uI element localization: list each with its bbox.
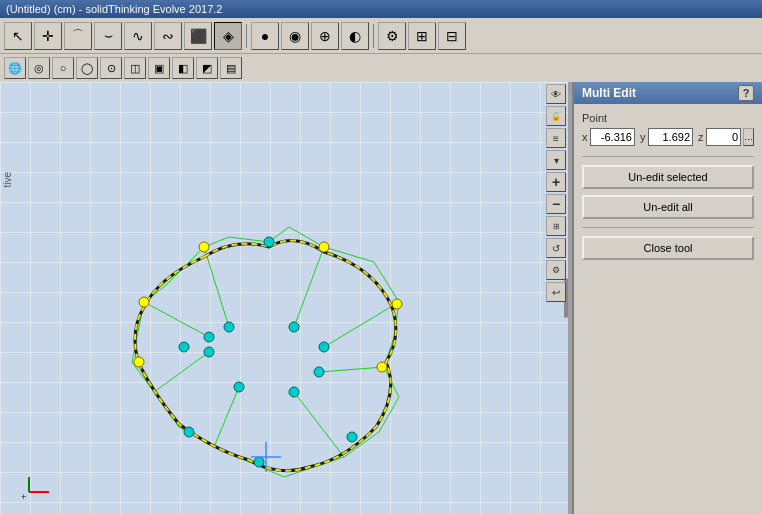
svg-point-33 xyxy=(319,342,329,352)
rotate-view-icon[interactable]: ↺ xyxy=(546,238,566,258)
x-label: x xyxy=(582,131,588,143)
panel-title: Multi Edit xyxy=(582,86,636,100)
separator-1 xyxy=(246,24,247,48)
coord-options-button[interactable]: … xyxy=(743,128,754,146)
svg-line-22 xyxy=(204,247,229,327)
svg-point-40 xyxy=(184,427,194,437)
tool-orbit[interactable]: ◎ xyxy=(28,57,50,79)
svg-point-35 xyxy=(289,387,299,397)
right-panel: Multi Edit ? Point x y z … xyxy=(572,82,762,514)
zoom-out-icon[interactable]: − xyxy=(546,194,566,214)
fit-icon[interactable]: ⊞ xyxy=(546,216,566,236)
settings-icon[interactable]: ⚙ xyxy=(546,260,566,280)
z-label: z xyxy=(698,131,704,143)
divider-2 xyxy=(582,227,754,228)
svg-point-46 xyxy=(377,362,387,372)
tool-home[interactable]: ⊙ xyxy=(100,57,122,79)
point-section: Point x y z … xyxy=(582,112,754,146)
view-label: tive xyxy=(2,172,13,188)
tool-bezier[interactable]: ∿ xyxy=(124,22,152,50)
tool-view1[interactable]: ◫ xyxy=(124,57,146,79)
canvas-area[interactable]: tive 👁 🔓 ≡ ▾ + − ⊞ ↺ ⚙ ↩ xyxy=(0,82,568,514)
toolbar-row-1: ↖ ✛ ⌒ ⌣ ∿ ∾ ⬛ ◈ ● ◉ ⊕ ◐ ⚙ ⊞ ⊟ xyxy=(0,18,762,54)
svg-point-39 xyxy=(179,342,189,352)
svg-point-31 xyxy=(264,237,274,247)
layers-icon[interactable]: ≡ xyxy=(546,128,566,148)
help-button[interactable]: ? xyxy=(738,85,754,101)
svg-text:+: + xyxy=(21,492,26,502)
svg-point-49 xyxy=(139,297,149,307)
tool-sphere4[interactable]: ◐ xyxy=(341,22,369,50)
y-input[interactable] xyxy=(648,128,693,146)
y-label: y xyxy=(640,131,646,143)
svg-line-25 xyxy=(319,367,384,372)
x-input[interactable] xyxy=(590,128,635,146)
svg-line-29 xyxy=(144,302,209,337)
tool-view2[interactable]: ▣ xyxy=(148,57,170,79)
svg-point-48 xyxy=(134,357,144,367)
divider-1 xyxy=(582,156,754,157)
panel-body: Point x y z … Un-edit selected Un-edit a… xyxy=(574,104,762,514)
svg-point-30 xyxy=(224,322,234,332)
unedit-all-button[interactable]: Un-edit all xyxy=(582,195,754,219)
tool-gear[interactable]: ⚙ xyxy=(378,22,406,50)
tool-zoom[interactable]: ◯ xyxy=(76,57,98,79)
svg-line-26 xyxy=(294,392,344,457)
svg-line-27 xyxy=(214,387,239,447)
lock-icon[interactable]: 🔓 xyxy=(546,106,566,126)
point-label: Point xyxy=(582,112,754,124)
z-input[interactable] xyxy=(706,128,741,146)
svg-point-44 xyxy=(319,242,329,252)
main-layout: tive 👁 🔓 ≡ ▾ + − ⊞ ↺ ⚙ ↩ xyxy=(0,82,762,514)
arrow-down-icon[interactable]: ▾ xyxy=(546,150,566,170)
panel-title-bar: Multi Edit ? xyxy=(574,82,762,104)
tool-sphere2[interactable]: ◉ xyxy=(281,22,309,50)
back-icon[interactable]: ↩ xyxy=(546,282,566,302)
eye-icon[interactable]: 👁 xyxy=(546,84,566,104)
tool-point-edit[interactable]: ◈ xyxy=(214,22,242,50)
svg-point-34 xyxy=(314,367,324,377)
toolbar-row-2: 🌐 ◎ ○ ◯ ⊙ ◫ ▣ ◧ ◩ ▤ xyxy=(0,54,762,82)
svg-point-36 xyxy=(234,382,244,392)
svg-point-42 xyxy=(347,432,357,442)
svg-point-43 xyxy=(199,242,209,252)
tool-curve[interactable]: ⌒ xyxy=(64,22,92,50)
svg-line-2 xyxy=(229,237,269,242)
tool-spline[interactable]: ∾ xyxy=(154,22,182,50)
svg-line-28 xyxy=(154,352,209,392)
svg-line-24 xyxy=(324,302,399,347)
tool-grid-sm[interactable]: ⊞ xyxy=(408,22,436,50)
unedit-selected-button[interactable]: Un-edit selected xyxy=(582,165,754,189)
svg-point-32 xyxy=(289,322,299,332)
tool-paint[interactable]: ⬛ xyxy=(184,22,212,50)
tool-sphere3[interactable]: ⊕ xyxy=(311,22,339,50)
tool-grid-lg[interactable]: ⊟ xyxy=(438,22,466,50)
coord-row: x y z … xyxy=(582,128,754,146)
tool-arc[interactable]: ⌣ xyxy=(94,22,122,50)
svg-line-23 xyxy=(294,247,324,327)
separator-2 xyxy=(373,24,374,48)
svg-point-37 xyxy=(204,347,214,357)
title-bar: (Untitled) (cm) - solidThinking Evolve 2… xyxy=(0,0,762,18)
tool-move[interactable]: ✛ xyxy=(34,22,62,50)
canvas-svg: + xyxy=(0,82,568,514)
right-sidebar-icons: 👁 🔓 ≡ ▾ + − ⊞ ↺ ⚙ ↩ xyxy=(544,82,568,304)
title-text: (Untitled) (cm) - solidThinking Evolve 2… xyxy=(6,3,222,15)
svg-point-38 xyxy=(204,332,214,342)
svg-point-41 xyxy=(254,457,264,467)
tool-pan[interactable]: ○ xyxy=(52,57,74,79)
tool-select[interactable]: ↖ xyxy=(4,22,32,50)
tool-globe[interactable]: 🌐 xyxy=(4,57,26,79)
tool-view4[interactable]: ◩ xyxy=(196,57,218,79)
tool-sphere1[interactable]: ● xyxy=(251,22,279,50)
close-tool-button[interactable]: Close tool xyxy=(582,236,754,260)
tool-view5[interactable]: ▤ xyxy=(220,57,242,79)
zoom-in-icon[interactable]: + xyxy=(546,172,566,192)
tool-view3[interactable]: ◧ xyxy=(172,57,194,79)
svg-point-45 xyxy=(392,299,402,309)
